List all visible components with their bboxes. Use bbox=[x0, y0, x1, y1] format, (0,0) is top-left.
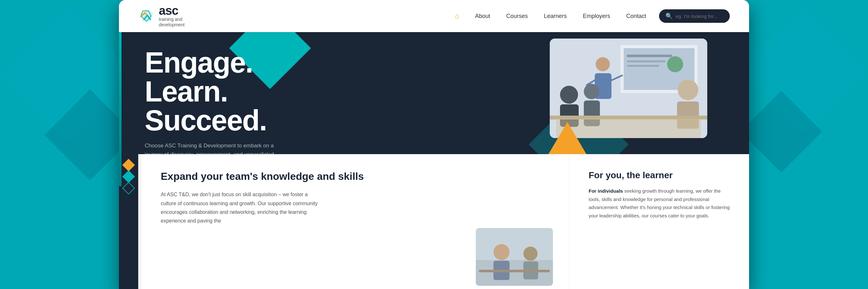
nav-courses[interactable]: Courses bbox=[506, 13, 528, 20]
svg-rect-6 bbox=[627, 60, 665, 62]
logo-area: asc training and development bbox=[138, 4, 185, 28]
svg-point-25 bbox=[523, 247, 537, 261]
left-panel-body: At ASC T&D, we don't just focus on skill… bbox=[161, 190, 321, 225]
hero-headline: Engage. Learn. Succeed. bbox=[145, 48, 280, 135]
search-icon: 🔍 bbox=[665, 12, 673, 20]
svg-point-23 bbox=[494, 244, 509, 260]
nav-learners[interactable]: Learners bbox=[544, 13, 567, 20]
headline-line2: Learn. bbox=[145, 77, 280, 106]
right-panel-body: For individuals seeking growth through l… bbox=[589, 187, 730, 220]
headline-line3: Succeed. bbox=[145, 106, 280, 135]
svg-point-13 bbox=[560, 86, 578, 104]
svg-point-9 bbox=[596, 57, 610, 71]
orange-triangle bbox=[547, 122, 588, 154]
home-icon[interactable]: ⌂ bbox=[455, 12, 459, 20]
headline-line1: Engage. bbox=[145, 48, 280, 77]
search-input[interactable] bbox=[676, 13, 727, 19]
logo-tagline: training and development bbox=[159, 17, 185, 28]
svg-rect-27 bbox=[479, 270, 550, 272]
logo-asc-text: asc bbox=[159, 4, 185, 17]
right-panel-bold: For individuals bbox=[589, 188, 623, 194]
hero-body-text: Choose ASC Training & Development to emb… bbox=[145, 141, 280, 154]
svg-point-17 bbox=[678, 80, 698, 100]
svg-rect-22 bbox=[476, 260, 553, 286]
search-bar[interactable]: 🔍 bbox=[659, 9, 730, 23]
hero-content: Engage. Learn. Succeed. Choose ASC Train… bbox=[145, 48, 280, 154]
logo-icon bbox=[138, 8, 155, 25]
left-accent-bar bbox=[119, 154, 138, 289]
hero-section: Engage. Learn. Succeed. Choose ASC Train… bbox=[119, 32, 749, 154]
bottom-content: Expand your team's knowledge and skills … bbox=[142, 154, 749, 289]
navbar: asc training and development ⌂ About Cou… bbox=[119, 0, 749, 32]
nav-about[interactable]: About bbox=[475, 13, 490, 20]
accent-diamond-orange bbox=[122, 158, 135, 172]
nav-employers[interactable]: Employers bbox=[583, 13, 610, 20]
right-panel-title: For you, the learner bbox=[589, 170, 730, 180]
bottom-left-panel: Expand your team's knowledge and skills … bbox=[142, 154, 569, 289]
screen-content: asc training and development ⌂ About Cou… bbox=[119, 0, 749, 289]
laptop-frame: asc training and development ⌂ About Cou… bbox=[119, 0, 749, 289]
svg-point-15 bbox=[584, 84, 599, 99]
nav-contact[interactable]: Contact bbox=[626, 13, 646, 20]
bottom-section: Expand your team's knowledge and skills … bbox=[119, 154, 749, 289]
bottom-right-panel: For you, the learner For individuals see… bbox=[569, 154, 749, 289]
left-panel-title: Expand your team's knowledge and skills bbox=[161, 170, 550, 182]
left-panel-image bbox=[476, 228, 553, 286]
accent-diamond-dark bbox=[122, 182, 135, 194]
left-teal-bar bbox=[119, 32, 122, 186]
svg-rect-7 bbox=[627, 65, 659, 67]
logo-text: asc training and development bbox=[159, 4, 185, 28]
svg-rect-5 bbox=[627, 55, 672, 57]
accent-diamond-teal bbox=[122, 170, 135, 183]
nav-links: ⌂ About Courses Learners Employers Conta… bbox=[455, 12, 647, 20]
svg-point-8 bbox=[667, 56, 683, 72]
